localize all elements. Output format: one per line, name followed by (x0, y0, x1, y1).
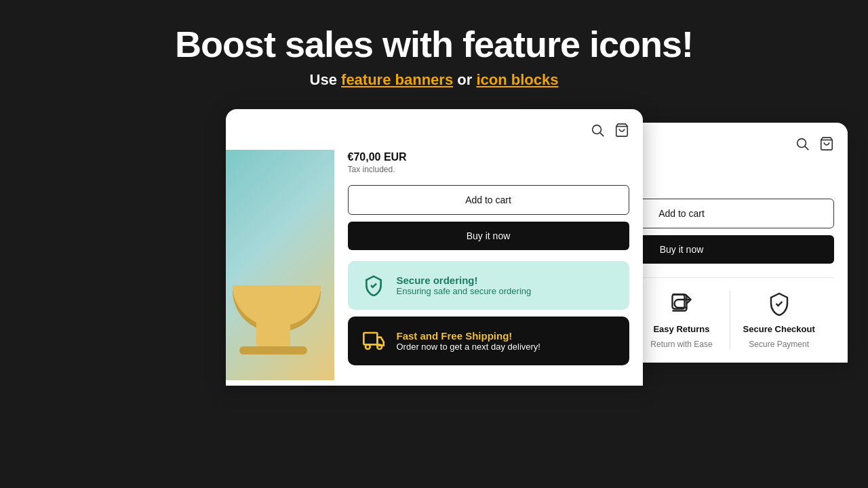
search-icon-right[interactable] (795, 136, 810, 154)
icon-blocks-link[interactable]: icon blocks (476, 71, 558, 88)
shield-check-icon (360, 272, 387, 299)
price-left: €70,00 EUR (348, 151, 629, 163)
svg-rect-3 (363, 333, 377, 344)
bowl-base (239, 346, 307, 354)
subtitle-prefix: Use (310, 71, 341, 88)
add-to-cart-button-left[interactable]: Add to cart (348, 185, 629, 215)
product-image-left (226, 150, 334, 380)
svg-point-4 (366, 345, 370, 350)
secure-ordering-text: Secure ordering! Ensuring safe and secur… (397, 274, 532, 296)
main-title: Boost sales with feature icons! (14, 24, 854, 64)
secure-ordering-subtitle: Ensuring safe and secure ordering (397, 286, 532, 296)
svg-point-0 (592, 125, 601, 134)
returns-icon-block (669, 291, 694, 319)
cart-icon-right[interactable] (819, 136, 834, 154)
secure-checkout-sub: Secure Payment (749, 340, 809, 349)
card-left-icons (226, 123, 643, 151)
bowl-stand (256, 323, 290, 350)
icon-block-easy-returns: Easy Returns Return with Ease (633, 291, 730, 349)
or-text: or (457, 71, 476, 88)
cards-container: €70,00 EUR Tax included. Add to cart Buy… (0, 109, 868, 386)
svg-line-1 (600, 134, 604, 137)
svg-point-5 (377, 345, 382, 350)
shipping-subtitle: Order now to get a next day delivery! (397, 342, 540, 352)
buy-now-button-left[interactable]: Buy it now (348, 222, 629, 250)
card-left: €70,00 EUR Tax included. Add to cart Buy… (226, 109, 643, 386)
secure-ordering-title: Secure ordering! (397, 274, 532, 286)
shipping-text: Fast and Free Shipping! Order now to get… (397, 330, 540, 352)
header-section: Boost sales with feature icons! Use feat… (0, 0, 868, 109)
secure-checkout-title: Secure Checkout (743, 324, 815, 334)
svg-line-7 (805, 147, 808, 150)
icon-block-secure-checkout: Secure Checkout Secure Payment (730, 291, 827, 349)
search-icon[interactable] (590, 123, 605, 140)
shield-icon-block (767, 291, 791, 319)
cart-icon[interactable] (614, 123, 629, 140)
secure-ordering-banner: Secure ordering! Ensuring safe and secur… (348, 261, 629, 310)
feature-banners-link[interactable]: feature banners (341, 71, 453, 88)
tax-note-left: Tax included. (348, 165, 629, 174)
shipping-title: Fast and Free Shipping! (397, 330, 540, 342)
easy-returns-title: Easy Returns (653, 324, 709, 334)
bowl (233, 285, 321, 326)
svg-point-6 (797, 139, 806, 148)
truck-icon (360, 327, 387, 354)
subtitle: Use feature banners or icon blocks (14, 71, 854, 89)
shipping-banner: Fast and Free Shipping! Order now to get… (348, 317, 629, 365)
easy-returns-sub: Return with Ease (650, 340, 712, 349)
